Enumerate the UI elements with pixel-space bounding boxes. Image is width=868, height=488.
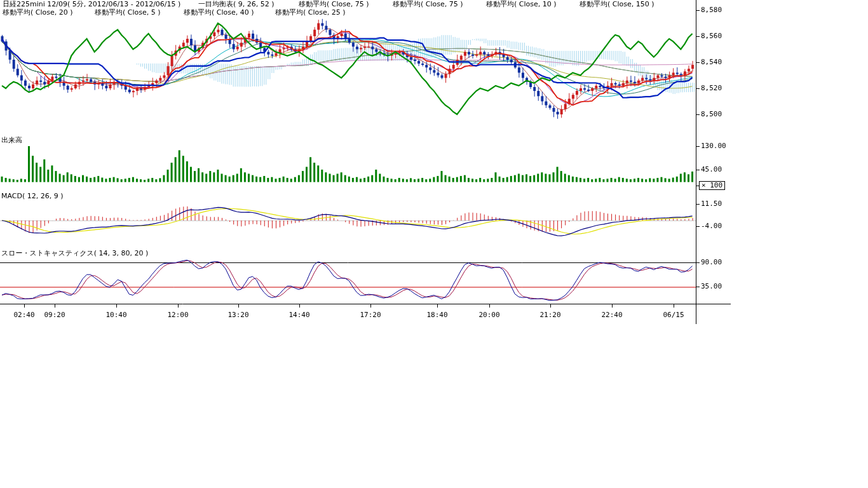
chart-application-window: 日経225mini 12/09( 5分, 2012/06/13 - 2012/0…	[0, 0, 868, 488]
time-axis-label: 22:40	[601, 311, 622, 319]
time-axis-label: 20:00	[478, 311, 499, 319]
time-axis-label: 18:40	[426, 311, 447, 319]
price-axis-tick: 8,580	[701, 6, 722, 14]
legend-ichimoku[interactable]: 一目均衡表( 9, 26, 52 )	[198, 1, 275, 8]
volume-axis-tick: 130.00	[701, 142, 726, 150]
time-axis-label: 02:40	[13, 311, 34, 319]
legend-ma-10[interactable]: 移動平均( Close, 10 )	[486, 1, 557, 8]
price-axis-tick: 8,560	[701, 32, 722, 40]
legend-ma-25[interactable]: 移動平均( Close, 25 )	[275, 9, 346, 17]
time-axis-label: 12:00	[167, 311, 188, 319]
chart-title: 日経225mini 12/09( 5分, 2012/06/13 - 2012/0…	[3, 1, 180, 8]
stoch-panel-label: スロー・ストキャスティクス( 14, 3, 80, 20 )	[1, 250, 148, 257]
stoch-axis-tick: 35.00	[701, 283, 722, 290]
macd-axis-tick: 11.50	[701, 200, 722, 208]
time-axis-label: 14:40	[288, 311, 309, 319]
legend-ma-20[interactable]: 移動平均( Close, 20 )	[3, 9, 73, 17]
volume-axis-tick: 45.00	[701, 166, 722, 173]
time-axis-label: 10:40	[105, 311, 126, 319]
time-axis-label: 21:20	[539, 311, 560, 319]
legend-ma-5[interactable]: 移動平均( Close, 5 )	[95, 9, 161, 17]
price-axis-tick: 8,520	[701, 85, 722, 92]
volume-scale-badge: × 100	[699, 181, 725, 190]
price-chart-canvas[interactable]	[0, 0, 868, 330]
time-axis-label: 09:20	[44, 311, 65, 319]
legend-ma-40[interactable]: 移動平均( Close, 40 )	[184, 9, 254, 17]
stoch-axis-tick: 90.00	[701, 259, 722, 266]
legend-ma-75a[interactable]: 移動平均( Close, 75 )	[299, 1, 369, 8]
price-axis-tick: 8,500	[701, 111, 722, 118]
time-axis-label: 13:20	[227, 311, 248, 319]
price-axis-tick: 8,540	[701, 58, 722, 66]
macd-axis-tick: -4.00	[701, 222, 722, 230]
volume-panel-label: 出来高	[1, 137, 22, 144]
time-axis-label: 06/15	[663, 311, 684, 319]
legend-ma-75b[interactable]: 移動平均( Close, 75 )	[393, 1, 463, 8]
legend-ma-150[interactable]: 移動平均( Close, 150 )	[580, 1, 654, 8]
macd-panel-label: MACD( 12, 26, 9 )	[1, 193, 64, 200]
time-axis-label: 17:20	[360, 311, 381, 319]
